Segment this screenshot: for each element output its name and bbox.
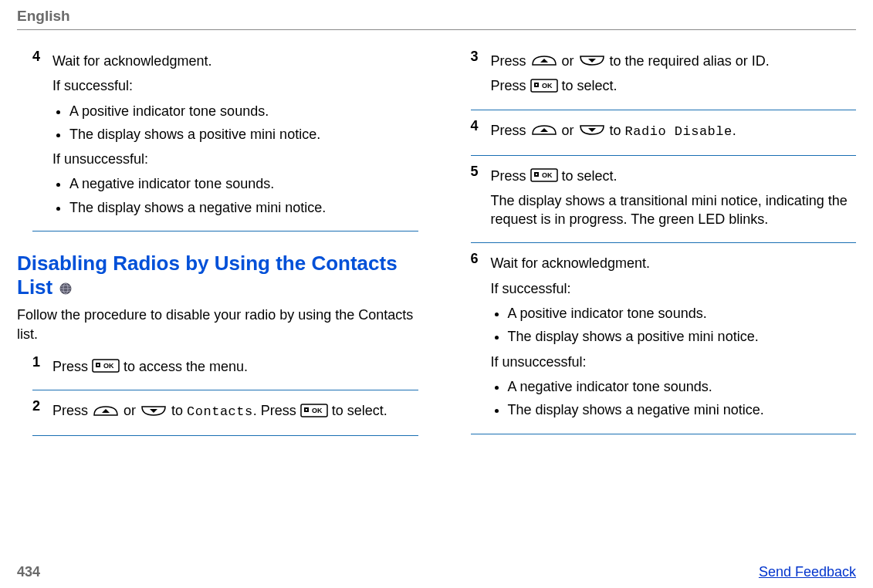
step-separator [32, 435, 418, 436]
page-number: 434 [17, 564, 40, 580]
step1-text: Press to access the menu. [52, 357, 418, 376]
step-separator [471, 242, 857, 243]
step-number: 5 [471, 164, 491, 235]
step-separator [471, 155, 857, 156]
list-item: A negative indicator tone sounds. [508, 377, 857, 396]
step-separator [32, 390, 418, 390]
text-to: to [610, 123, 625, 138]
right-step-5: 5 Press to select. The display shows a t… [471, 164, 857, 235]
text-or: or [124, 403, 140, 418]
section-intro: Follow the procedure to disable your rad… [17, 306, 418, 343]
ok-button-icon [92, 359, 120, 373]
step-number: 4 [32, 49, 52, 223]
list-item: A positive indicator tone sounds. [508, 304, 857, 323]
header-language: English [17, 8, 856, 25]
text-press: Press [491, 168, 530, 184]
step4-if-success: If successful: [52, 76, 418, 95]
step6-if-unsuccess: If unsuccessful: [491, 353, 857, 371]
step4r-text: Press or to Radio Disable. [491, 121, 857, 141]
step3-line1: Press or to the required alias or ID. [491, 52, 857, 70]
text-to: to [171, 403, 187, 418]
ok-button-icon [530, 79, 558, 93]
section-title-text: Disabling Radios by Using the Contacts L… [17, 252, 398, 299]
text-press: Press [491, 78, 530, 93]
ok-button-icon [530, 168, 558, 182]
step4-success-list: A positive indicator tone sounds. The di… [52, 102, 418, 144]
step-number: 3 [471, 49, 491, 102]
text-or: or [562, 53, 578, 69]
right-step-6: 6 Wait for acknowledgment. If successful… [471, 251, 857, 425]
text-press: Press [491, 53, 530, 69]
menu-contacts: Contacts [187, 404, 253, 419]
text-dot: . [733, 123, 736, 138]
send-feedback-link[interactable]: Send Feedback [759, 564, 856, 580]
step-number: 1 [32, 354, 52, 382]
step-separator [471, 434, 857, 434]
step4-line1: Wait for acknowledgment. [52, 52, 418, 70]
menu-radio-disable: Radio Disable [625, 124, 733, 139]
list-item: A positive indicator tone sounds. [69, 102, 418, 120]
down-button-icon [578, 123, 606, 136]
text-press: Press [52, 403, 92, 418]
footer: 434 Send Feedback [17, 564, 856, 580]
step5-line1: Press to select. [491, 167, 857, 185]
left-column: 4 Wait for acknowledgment. If successful… [17, 44, 418, 444]
step4-if-unsuccess: If unsuccessful: [52, 150, 418, 168]
left-step-4: 4 Wait for acknowledgment. If successful… [32, 49, 418, 223]
header-rule [17, 29, 856, 30]
list-item: The display shows a positive mini notice… [69, 125, 418, 144]
text-to-select: to select. [562, 78, 618, 93]
up-button-icon [530, 123, 558, 136]
text-or: or [562, 123, 578, 138]
step6-success-list: A positive indicator tone sounds. The di… [491, 304, 857, 346]
left-step-1: 1 Press to access the menu. [32, 354, 418, 382]
text-after: to access the menu. [124, 359, 248, 374]
list-item: The display shows a positive mini notice… [508, 327, 857, 346]
step6-if-success: If successful: [491, 279, 857, 298]
step6-line1: Wait for acknowledgment. [491, 254, 857, 272]
text-press: Press [491, 123, 530, 138]
text-to-required: to the required alias or ID. [610, 53, 770, 69]
section-title: Disabling Radios by Using the Contacts L… [17, 252, 418, 299]
text-dot-press: . Press [253, 403, 300, 418]
down-button-icon [140, 404, 167, 417]
down-button-icon [578, 54, 606, 66]
step4-unsuccess-list: A negative indicator tone sounds. The di… [52, 174, 418, 217]
step-number: 2 [32, 398, 52, 427]
text-to-select: to select. [332, 403, 387, 418]
step-number: 4 [471, 118, 491, 147]
up-button-icon [530, 54, 558, 66]
list-item: The display shows a negative mini notice… [69, 198, 418, 217]
right-column: 3 Press or to the required alias or ID. … [455, 44, 857, 444]
step-separator [32, 231, 418, 231]
step2-text: Press or to Contacts. Press to select. [52, 401, 418, 421]
step5-body: The display shows a transitional mini no… [491, 191, 857, 229]
text-to-select: to select. [562, 168, 618, 184]
right-step-3: 3 Press or to the required alias or ID. … [471, 49, 857, 102]
step-number: 6 [471, 251, 491, 425]
list-item: The display shows a negative mini notice… [508, 400, 857, 419]
up-button-icon [92, 404, 120, 417]
left-step-2: 2 Press or to Contacts. Press to select. [32, 398, 418, 427]
right-step-4: 4 Press or to Radio Disable. [471, 118, 857, 147]
ok-button-icon [300, 404, 328, 417]
globe-icon [59, 282, 72, 295]
step6-unsuccess-list: A negative indicator tone sounds. The di… [491, 377, 857, 420]
list-item: A negative indicator tone sounds. [69, 174, 418, 193]
text-press: Press [52, 359, 92, 374]
step3-line2: Press to select. [491, 76, 857, 95]
step-separator [471, 110, 857, 110]
